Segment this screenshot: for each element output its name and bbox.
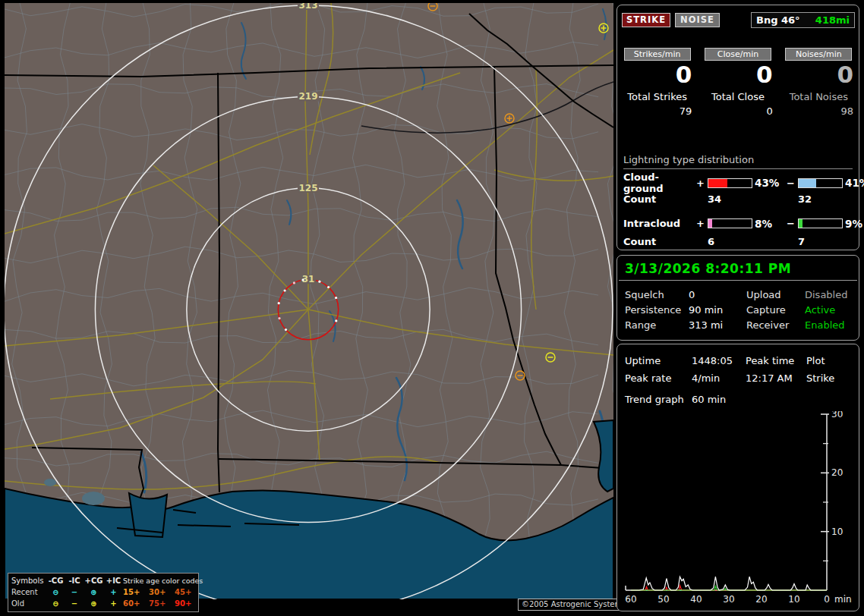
x-axis-unit: min	[834, 594, 852, 605]
age-90: 90+	[175, 598, 200, 609]
strikes-column: Strikes/min 0 Total Strikes 79	[620, 48, 694, 117]
map-canvas[interactable]: 31321912531	[5, 3, 613, 599]
total-strikes-label: Total Strikes	[620, 91, 694, 102]
total-strikes-value: 79	[620, 105, 694, 117]
lightning-map[interactable]: 31321912531	[5, 3, 613, 599]
receiver-label: Receiver	[746, 318, 805, 333]
noise-dot	[318, 281, 320, 283]
legend-col-pos-cg: +CG	[84, 575, 104, 586]
plot-mode-value: Strike	[806, 369, 859, 387]
trend-graph: 1020306050403020100min	[619, 411, 859, 608]
pos-cg-recent-icon: ⊕	[84, 586, 104, 598]
trend-window-value: 60 min	[692, 393, 859, 407]
legend-col-neg-cg: -CG	[46, 575, 65, 586]
noises-rate-value: 0	[782, 61, 856, 87]
legend-header-row: Symbols -CG -IC +CG +IC Strike age color…	[11, 575, 196, 586]
legend-old-label: Old	[11, 598, 46, 609]
persistence-value: 90 min	[689, 303, 746, 318]
strikes-per-min-button[interactable]: Strikes/min	[624, 48, 691, 61]
count-label: Count	[623, 193, 696, 205]
copyright-notice: ©2005 Astrogenic Systems	[518, 599, 629, 611]
legend-symbols-title: Symbols	[11, 575, 46, 586]
cg-negative-pct: 41%	[845, 177, 864, 189]
status-row-persistence: Persistence 90 min Capture Active	[625, 303, 859, 318]
ic-positive-count: 6	[708, 236, 755, 247]
legend-age-title: Strike age color codes	[123, 575, 200, 586]
pos-ic-recent-icon: +	[104, 586, 123, 598]
ic-negative-bar-fill	[799, 219, 803, 228]
distribution-title: Lightning type distribution	[623, 154, 853, 169]
neg-ic-recent-icon: −	[65, 586, 84, 598]
trend-series-total-strikes	[631, 577, 827, 590]
noise-dot	[335, 319, 337, 322]
total-noises-value: 98	[782, 105, 856, 117]
peak-time-label: Peak time	[746, 352, 806, 369]
range-ring-label: 125	[298, 183, 317, 193]
squelch-value: 0	[689, 288, 746, 303]
y-tick-label: 10	[831, 526, 843, 537]
cg-negative-bar-fill	[799, 179, 816, 187]
minus-sign: −	[787, 218, 798, 229]
peak-rate-row: Peak rate 4/min 12:17 AM Strike	[625, 369, 859, 387]
uptime-rows: Uptime 1448:05 Peak time Plot Peak rate …	[617, 344, 859, 387]
x-tick-label: 60	[625, 594, 636, 605]
cloud-ground-row: Cloud-ground + 43% − 41%	[623, 171, 853, 190]
upload-label: Upload	[746, 288, 805, 303]
noise-dot	[284, 289, 286, 291]
age-30: 30+	[149, 586, 175, 598]
x-tick-label: 0	[824, 594, 830, 605]
uptime-row: Uptime 1448:05 Peak time Plot	[625, 352, 859, 369]
bearing-readout: Bng 46° 418mi	[751, 12, 855, 28]
capture-status: Active	[805, 303, 859, 318]
legend-col-pos-ic: +IC	[104, 575, 123, 586]
peak-time-value: 12:17 AM	[746, 369, 806, 387]
map-legend: Symbols -CG -IC +CG +IC Strike age color…	[8, 573, 199, 612]
strikes-rate-value: 0	[620, 61, 694, 87]
age-60: 60+	[123, 598, 149, 609]
legend-old-row: Old ⊖ − ⊕ + 60+ 75+ 90+	[11, 598, 196, 609]
ic-positive-bar	[708, 218, 752, 228]
cg-positive-bar	[708, 178, 752, 188]
range-ring-label: 219	[298, 91, 317, 102]
uptime-trend-panel: Uptime 1448:05 Peak time Plot Peak rate …	[616, 344, 859, 611]
noise-dot	[327, 286, 330, 288]
total-close-label: Total Close	[701, 91, 774, 102]
status-panel: 3/13/2026 8:20:11 PM Squelch 0 Upload Di…	[616, 255, 859, 341]
noise-dot	[278, 317, 280, 319]
trend-graph-label: Trend graph	[625, 393, 692, 407]
plus-sign: +	[696, 178, 708, 189]
noise-dot	[278, 302, 280, 304]
legend-col-neg-ic: -IC	[65, 575, 84, 586]
close-per-min-button[interactable]: Close/min	[705, 48, 771, 61]
cg-positive-count: 34	[708, 193, 755, 205]
cloud-ground-label: Cloud-ground	[623, 171, 696, 194]
uptime-label: Uptime	[625, 352, 692, 369]
noise-dot	[285, 328, 287, 331]
age-15: 15+	[123, 586, 149, 598]
noises-column: Noises/min 0 Total Noises 98	[782, 48, 856, 117]
squelch-label: Squelch	[625, 288, 689, 303]
persistence-label: Persistence	[625, 303, 689, 318]
strike-mode-button[interactable]: STRIKE	[622, 13, 670, 27]
status-rows: Squelch 0 Upload Disabled Persistence 90…	[617, 281, 859, 333]
age-45: 45+	[175, 586, 200, 598]
ic-positive-pct: 8%	[755, 218, 787, 230]
neg-ic-old-icon: −	[65, 598, 84, 609]
peak-rate-value: 4/min	[692, 369, 746, 387]
ic-negative-pct: 9%	[845, 218, 864, 230]
minus-sign: −	[787, 178, 798, 189]
noises-per-min-button[interactable]: Noises/min	[785, 48, 852, 61]
noise-mode-button[interactable]: NOISE	[675, 13, 720, 27]
count-label: Count	[623, 236, 696, 247]
app-window: { "window": { "copyright": "©2005 Astrog…	[0, 0, 864, 616]
range-label: Range	[625, 318, 689, 333]
trend-graph-row: Trend graph 60 min	[617, 387, 859, 407]
uptime-value: 1448:05	[692, 352, 746, 369]
bearing-value: Bng 46°	[756, 14, 800, 26]
ic-negative-bar	[798, 218, 843, 228]
x-tick-label: 30	[723, 594, 734, 605]
noise-dot	[302, 278, 304, 281]
lightning-distribution: Lightning type distribution Cloud-ground…	[623, 154, 853, 250]
pos-cg-old-icon: ⊕	[84, 598, 104, 609]
plot-label: Plot	[806, 352, 859, 369]
